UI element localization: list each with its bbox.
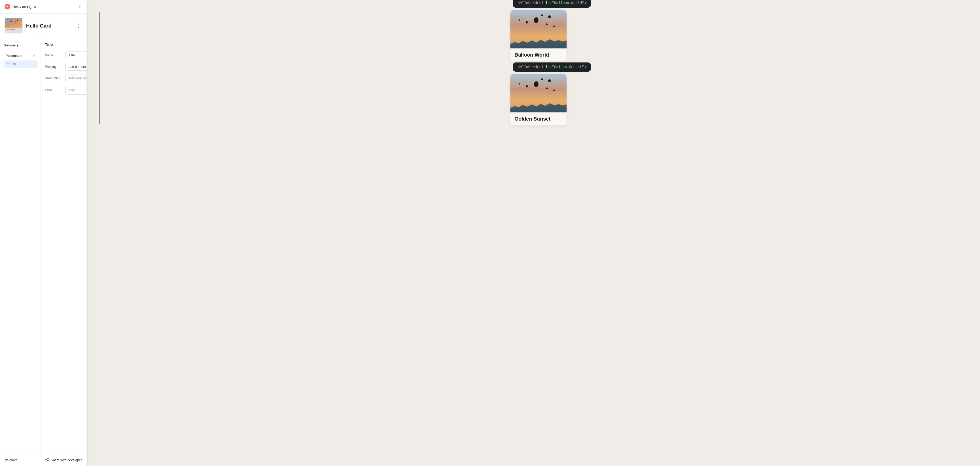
balloon-2-b [548, 79, 551, 82]
component-header-left: Hello World Hello Card [5, 18, 52, 33]
card-1: Balloon World [511, 10, 566, 62]
relay-logo [5, 4, 10, 10]
balloon-1-g [519, 19, 520, 21]
tooltip-2-value: "Golden Sunset" [552, 65, 584, 69]
svg-line-11 [46, 460, 48, 460]
status-badge: No errors [5, 458, 18, 462]
card-1-tooltip: HelloCard(title="Balloon World") [513, 0, 591, 8]
svg-point-7 [48, 458, 48, 459]
panel-detail: Title Name Property text-content v [41, 38, 86, 454]
component-name: Hello Card [26, 23, 52, 29]
component-thumbnail: Hello World [5, 18, 22, 33]
name-field-row: Name [45, 51, 86, 59]
tooltip-2-prefix: HelloCard(title= [517, 65, 552, 69]
balloon-1-f [553, 25, 555, 27]
property-select-wrapper: text-content visible text-style ▾ [65, 63, 86, 71]
app-title: Relay for Figma [13, 5, 36, 9]
preview-area: HelloCard(title="Balloon World") [87, 0, 980, 136]
layer-label: Layer [45, 89, 63, 92]
balloon-2-f [553, 89, 555, 91]
card-1-title: Balloon World [511, 48, 566, 62]
name-input[interactable] [65, 51, 86, 59]
balloon-1-c [526, 21, 528, 24]
balloon-2-d [541, 78, 543, 80]
card-2-tooltip: HelloCard(title="Golden Sunset") [513, 62, 591, 71]
share-icon [45, 458, 49, 463]
card-2: Golden Sunset [511, 74, 566, 125]
name-label: Name [45, 54, 63, 57]
svg-point-0 [6, 6, 8, 7]
panel-content: Summary Parameters + T Title Title [0, 38, 86, 454]
thumb-text: Hello World [5, 28, 22, 31]
close-button[interactable]: × [78, 3, 82, 10]
text-type-icon: T [7, 63, 9, 66]
parameters-label: Parameters [6, 54, 22, 58]
svg-point-9 [48, 460, 48, 461]
share-button[interactable]: Share with developer [45, 458, 82, 463]
detail-title: Title [45, 42, 53, 47]
preview-content: HelloCard(title="Balloon World") [511, 10, 566, 125]
tooltip-1-value: "Balloon World" [552, 1, 584, 5]
layer-value: Title [68, 88, 75, 92]
sidebar-item-title[interactable]: T Title [3, 60, 37, 68]
description-input[interactable] [65, 74, 86, 82]
component-header: Hello World Hello Card ⋮ [0, 14, 86, 38]
property-field-row: Property text-content visible text-style… [45, 63, 86, 71]
parameters-section: Parameters + T Title [0, 49, 41, 68]
balloon-1-b [548, 15, 551, 18]
layer-field-wrapper: Title [65, 86, 86, 95]
svg-line-10 [46, 459, 48, 460]
panel-header-left: Relay for Figma [5, 4, 36, 10]
balloon-1-main [534, 17, 538, 23]
property-label: Property [45, 65, 63, 68]
layer-field-row: Layer Title [45, 86, 86, 95]
bracket-connector [97, 12, 106, 124]
thumb-balloon-1 [11, 21, 12, 22]
description-field-row: Description [45, 74, 86, 82]
thumb-image [5, 18, 22, 28]
card-2-wrapper: HelloCard(title="Golden Sunset") [511, 74, 566, 125]
panel-footer: No errors Share with developer [0, 454, 86, 466]
summary-section: Summary [0, 38, 41, 49]
relay-panel: Relay for Figma × Hello World Hello Card… [0, 0, 87, 466]
description-label: Description [45, 76, 63, 80]
preview-pair-1: HelloCard(title="Balloon World") [511, 10, 566, 62]
balloon-1-e [546, 24, 548, 25]
panel-header: Relay for Figma × [0, 0, 86, 14]
balloon-2-main [534, 81, 538, 87]
card-1-image [511, 10, 566, 48]
svg-point-8 [45, 459, 46, 460]
sidebar-item-label: Title [11, 62, 17, 66]
balloon-2-c [526, 85, 528, 87]
parameters-header: Parameters + [2, 50, 38, 60]
card-2-image [511, 74, 566, 113]
summary-label[interactable]: Summary [3, 42, 37, 49]
thumb-balloon-2 [14, 21, 16, 23]
thumb-balloon-3 [17, 20, 18, 21]
tooltip-2-suffix: ) [584, 65, 586, 69]
preview-pair-2: HelloCard(title="Golden Sunset") [511, 74, 566, 125]
balloon-2-e [546, 87, 548, 89]
component-menu-button[interactable]: ⋮ [75, 22, 82, 30]
balloon-2-g [519, 83, 520, 85]
card-1-wrapper: HelloCard(title="Balloon World") [511, 10, 566, 62]
card-2-title: Golden Sunset [511, 113, 566, 125]
share-label: Share with developer [51, 458, 82, 462]
detail-header: Title [45, 42, 86, 47]
balloon-1-d [541, 14, 543, 16]
panel-sidebar: Summary Parameters + T Title [0, 38, 41, 454]
tooltip-1-suffix: ) [584, 1, 586, 5]
add-parameter-button[interactable]: + [33, 54, 35, 58]
property-select[interactable]: text-content visible text-style [65, 63, 86, 71]
tooltip-1-prefix: HelloCard(title= [517, 1, 552, 5]
